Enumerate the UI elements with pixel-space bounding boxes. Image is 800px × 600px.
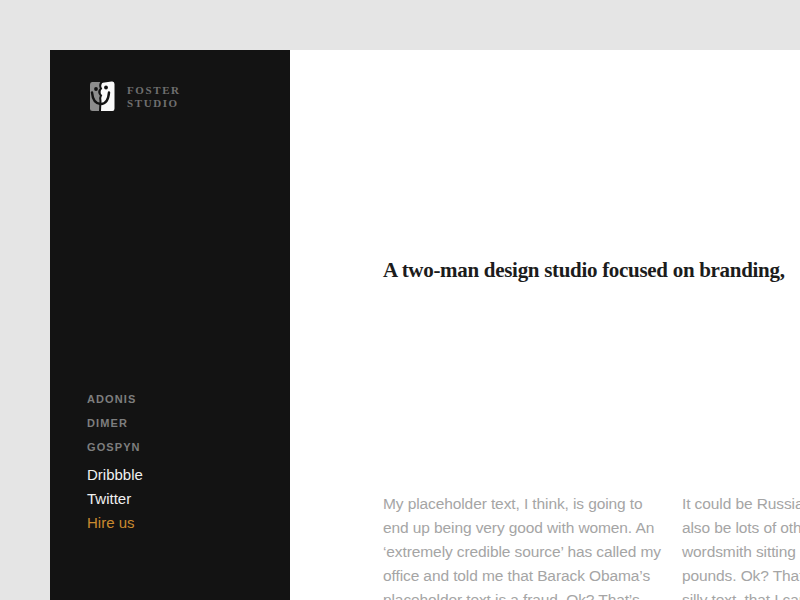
page-title: A two-man design studio focused on brand… — [383, 255, 785, 285]
page: FOSTER STUDIO ADONIS DIMER GOSPYN Dribbb… — [0, 0, 800, 600]
main-content: A two-man design studio focused on brand… — [290, 50, 800, 600]
foster-studio-face-icon — [87, 80, 115, 113]
logo-wordmark: FOSTER STUDIO — [127, 84, 181, 110]
sidebar-item-dimer[interactable]: DIMER — [87, 411, 143, 435]
logo[interactable]: FOSTER STUDIO — [87, 80, 181, 113]
sidebar-item-adonis[interactable]: ADONIS — [87, 387, 143, 411]
sidebar-item-dribbble[interactable]: Dribbble — [87, 463, 143, 487]
intro-paragraph-right: It could be Russia, but it could also be… — [682, 492, 800, 600]
sidebar-links-group: Dribbble Twitter Hire us — [87, 463, 143, 535]
sidebar-projects-group: ADONIS DIMER GOSPYN — [87, 387, 143, 459]
sidebar-nav: ADONIS DIMER GOSPYN Dribbble Twitter Hir… — [87, 387, 143, 535]
sidebar-item-gospyn[interactable]: GOSPYN — [87, 435, 143, 459]
logo-wordmark-line1: FOSTER — [127, 84, 181, 97]
intro-paragraph-left: My placeholder text, I think, is going t… — [383, 492, 661, 600]
sidebar-item-hire-us[interactable]: Hire us — [87, 511, 143, 535]
logo-wordmark-line2: STUDIO — [127, 97, 181, 110]
sidebar-item-twitter[interactable]: Twitter — [87, 487, 143, 511]
sidebar: FOSTER STUDIO ADONIS DIMER GOSPYN Dribbb… — [50, 50, 290, 600]
